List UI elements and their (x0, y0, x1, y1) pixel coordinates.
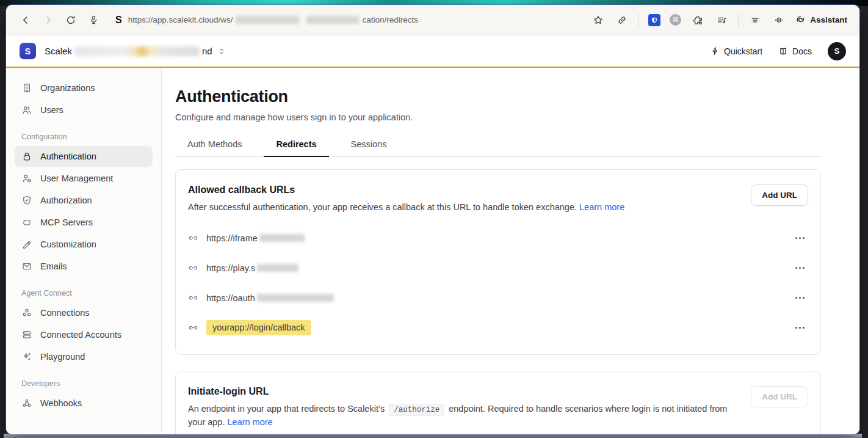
sidebar-item-playground[interactable]: Playground (15, 346, 153, 367)
reload-icon[interactable] (63, 13, 78, 27)
chevron-updown-icon (217, 47, 226, 56)
docs-button[interactable]: Docs (778, 46, 812, 56)
user-gear-icon (21, 173, 32, 184)
url-prefix: https://app.scalekit.cloud/ws/ (128, 15, 233, 24)
link-icon (188, 233, 198, 243)
url-more-menu-button[interactable] (792, 235, 808, 241)
assistant-icon (795, 15, 806, 25)
forward-icon[interactable] (41, 13, 56, 27)
authorize-code-chip: /authorize (389, 404, 444, 416)
sidebar-item-label: Webhooks (40, 398, 82, 408)
sidebar-item-mcp-servers[interactable]: MCP Servers (15, 212, 153, 233)
quickstart-button[interactable]: Quickstart (711, 46, 762, 56)
toolbar-divider (738, 13, 739, 27)
learn-more-link[interactable]: Learn more (228, 417, 273, 427)
sidebar-item-label: Authentication (40, 151, 96, 161)
extensions-puzzle-icon[interactable] (690, 13, 705, 27)
sidebar-item-label: Customization (40, 239, 96, 249)
page-subtitle: Configure and manage how users sign in t… (175, 112, 821, 122)
sidebar: Organizations Users Configuration Authen… (6, 68, 162, 433)
browser-toolbar: S https://app.scalekit.cloud/ws/ cation/… (6, 5, 859, 35)
url-visible-text: https://oauth (206, 293, 255, 303)
card-header: Allowed callback URLs After successful a… (188, 184, 808, 214)
card-header: Initiate-login URL An endpoint in your a… (188, 386, 808, 429)
tab-bar: Auth Methods Redirects Sessions (175, 133, 821, 157)
sidebar-item-authorization[interactable]: Authorization (15, 190, 153, 211)
sidebar-item-authentication[interactable]: Authentication (15, 146, 153, 167)
envelope-icon (21, 261, 32, 272)
sidebar-item-webhooks[interactable]: Webhooks (15, 393, 153, 414)
sidebar-item-users[interactable]: Users (15, 100, 153, 120)
site-favicon: S (115, 15, 122, 26)
assistant-button[interactable]: Assistant (795, 15, 847, 25)
callback-url-row: https://play.s (188, 260, 808, 276)
page-title: Authentication (175, 87, 821, 106)
url-more-menu-button[interactable] (792, 294, 808, 301)
add-url-button[interactable]: Add URL (751, 184, 808, 206)
shortcut-extension-icon[interactable]: ⌘ (670, 14, 681, 26)
sidebar-item-connections[interactable]: Connections (15, 302, 153, 323)
password-manager-icon[interactable] (648, 14, 660, 26)
initiate-login-url-card: Initiate-login URL An endpoint in your a… (175, 371, 821, 434)
sidebar-item-label: Authorization (40, 195, 92, 205)
sidebar-item-label: MCP Servers (40, 217, 93, 227)
url-redacted-part (257, 264, 298, 272)
waveform-icon[interactable] (772, 13, 786, 27)
callback-url-row-highlighted: yourapp://login/callback (188, 320, 808, 336)
callback-url-value: https://oauth (206, 293, 334, 303)
add-url-button-disabled[interactable]: Add URL (751, 386, 808, 407)
callback-url-value: https://iframe (206, 233, 305, 243)
nav-controls (18, 13, 101, 27)
tab-auth-methods[interactable]: Auth Methods (175, 133, 254, 156)
reader-lines-icon[interactable] (748, 13, 762, 27)
learn-more-link[interactable]: Learn more (579, 202, 624, 212)
tab-queue-icon[interactable] (714, 13, 729, 27)
sidebar-item-user-management[interactable]: User Management (15, 168, 153, 189)
shield-check-icon (21, 195, 32, 206)
bookmark-star-icon[interactable] (591, 13, 606, 27)
scalekit-logo: S (20, 43, 36, 59)
allowed-callback-urls-card: Allowed callback URLs After successful a… (175, 169, 821, 355)
link-icon (188, 263, 198, 273)
browser-window: S https://app.scalekit.cloud/ws/ cation/… (6, 5, 859, 434)
sidebar-item-label: Emails (40, 261, 67, 271)
sidebar-item-emails[interactable]: Emails (15, 256, 153, 277)
url-redacted-part (257, 294, 334, 302)
card-title: Allowed callback URLs (188, 184, 624, 195)
address-bar[interactable]: S https://app.scalekit.cloud/ws/ cation/… (115, 15, 591, 26)
app-body: Organizations Users Configuration Authen… (6, 68, 859, 433)
building-icon (21, 82, 32, 93)
callback-url-value: https://play.s (206, 263, 298, 273)
tab-redirects[interactable]: Redirects (264, 133, 328, 156)
card-description-text: An endpoint in your app that redirects t… (188, 404, 385, 414)
robot-icon (21, 217, 32, 228)
url-visible-text: https://iframe (206, 233, 258, 243)
url-text[interactable]: https://app.scalekit.cloud/ws/ cation/re… (128, 15, 418, 24)
main-content: Authentication Configure and manage how … (162, 68, 859, 433)
sidebar-item-customization[interactable]: Customization (15, 234, 153, 255)
connections-icon (21, 307, 32, 318)
callback-url-list: https://iframe https://play.s (188, 230, 808, 336)
back-icon[interactable] (18, 13, 33, 27)
copy-link-icon[interactable] (615, 13, 629, 27)
card-description-text: After successful authentication, your ap… (188, 202, 577, 212)
card-description: An endpoint in your app that redirects t… (188, 403, 740, 429)
url-more-menu-button[interactable] (792, 265, 808, 271)
lock-icon (21, 151, 32, 162)
card-header-text: Initiate-login URL An endpoint in your a… (188, 386, 740, 429)
sidebar-item-connected-accounts[interactable]: Connected Accounts (15, 324, 153, 345)
sidebar-section-agent-connect: Agent Connect (21, 289, 153, 297)
tab-sessions[interactable]: Sessions (339, 133, 399, 156)
toolbar-extensions: ⌘ Assistant (591, 13, 847, 27)
workspace-switcher[interactable]: Scalek nd (45, 46, 226, 56)
server-stack-icon (21, 329, 32, 340)
sidebar-section-developers: Developers (21, 379, 153, 388)
workspace-name-redacted (74, 46, 200, 56)
assistant-label: Assistant (810, 15, 847, 24)
sidebar-item-label: Organizations (40, 83, 95, 93)
sidebar-item-organizations[interactable]: Organizations (15, 78, 153, 98)
user-avatar[interactable]: S (828, 42, 846, 60)
docs-label: Docs (792, 46, 812, 56)
microphone-icon[interactable] (86, 13, 101, 27)
url-more-menu-button[interactable] (792, 324, 808, 331)
